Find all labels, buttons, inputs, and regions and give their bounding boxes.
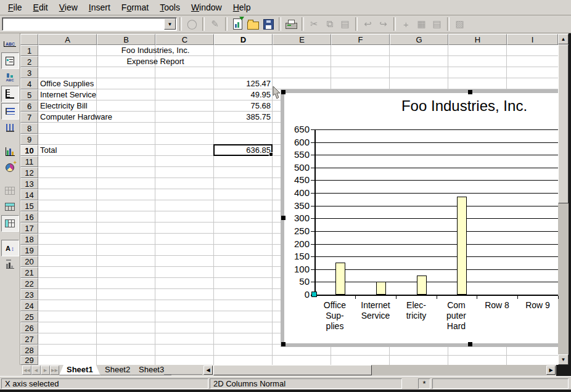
sheet-tab-sheet2[interactable]: Sheet2: [97, 365, 138, 375]
open-icon[interactable]: [245, 17, 261, 31]
cell-A7[interactable]: Computer Hardware: [38, 112, 97, 123]
next-sheet-button[interactable]: ▶: [41, 365, 50, 375]
name-box-input[interactable]: [4, 18, 166, 30]
chart-frame-top[interactable]: [281, 89, 558, 93]
x-axis-category-label[interactable]: Row 8: [477, 300, 517, 311]
scroll-up-button[interactable]: ▲: [558, 34, 569, 44]
last-sheet-button[interactable]: ▶▶: [50, 365, 59, 375]
x-axis-category-label[interactable]: Row 9: [517, 300, 558, 311]
row-header-2[interactable]: 2: [20, 56, 38, 67]
cell-D5[interactable]: 49.95: [214, 89, 273, 100]
row-header-14[interactable]: 14: [20, 189, 38, 200]
embedded-chart[interactable]: Foo Industries, Inc. 6506005505004504003…: [281, 89, 558, 347]
column-header-B[interactable]: B: [97, 34, 155, 45]
cell-D4[interactable]: 125.47: [214, 78, 273, 89]
row-header-23[interactable]: 23: [20, 289, 38, 300]
cell-selection-D10[interactable]: [213, 144, 273, 156]
row-header-29[interactable]: 29: [20, 356, 38, 365]
chart-handle-bottom-left[interactable]: [281, 342, 286, 346]
chart-handle-top-middle[interactable]: [468, 90, 472, 94]
row-header-6[interactable]: 6: [20, 100, 38, 112]
save-icon[interactable]: [261, 17, 276, 31]
hscroll-right-button[interactable]: ▶: [546, 365, 556, 375]
legend-on-off-icon[interactable]: [1, 52, 19, 69]
chart-handle-top-left[interactable]: [281, 90, 286, 94]
prev-sheet-button[interactable]: ◀: [31, 365, 41, 375]
row-header-12[interactable]: 12: [20, 167, 38, 178]
data-in-columns-icon[interactable]: [1, 215, 19, 232]
column-header-E[interactable]: E: [273, 34, 331, 45]
cell-B1[interactable]: Foo Industries, Inc.: [97, 45, 214, 56]
menu-item-edit[interactable]: Edit: [28, 1, 54, 14]
row-header-17[interactable]: 17: [20, 223, 38, 234]
fill-handle[interactable]: [269, 152, 273, 157]
hscroll-left-button[interactable]: ◀: [203, 365, 213, 375]
column-header-F[interactable]: F: [331, 34, 390, 45]
new-document-icon[interactable]: [230, 17, 245, 31]
row-header-3[interactable]: 3: [20, 67, 38, 78]
column-header-G[interactable]: G: [390, 34, 448, 45]
column-header-D[interactable]: D: [214, 34, 273, 45]
row-header-9[interactable]: 9: [20, 134, 38, 145]
chart-x-axis[interactable]: [311, 295, 558, 296]
row-header-20[interactable]: 20: [20, 256, 38, 267]
reorganize-chart-icon[interactable]: [2, 257, 18, 272]
scroll-down-button[interactable]: ▼: [558, 354, 569, 365]
row-header-16[interactable]: 16: [20, 211, 38, 223]
cell-A5[interactable]: Internet Service: [38, 89, 97, 100]
row-header-15[interactable]: 15: [20, 200, 38, 211]
row-header-11[interactable]: 11: [20, 156, 38, 167]
bar-office-supplies[interactable]: [335, 263, 345, 295]
cell-D7[interactable]: 385.75: [214, 112, 273, 123]
autoformat-chart-icon[interactable]: [2, 160, 18, 175]
titles-on-off-icon[interactable]: ABC: [2, 36, 18, 52]
row-header-28[interactable]: 28: [20, 345, 38, 356]
row-header-7[interactable]: 7: [20, 112, 38, 123]
row-header-13[interactable]: 13: [20, 178, 38, 189]
vertical-scrollbar-thumb[interactable]: [558, 44, 569, 203]
row-header-4[interactable]: 4: [20, 78, 38, 89]
first-sheet-button[interactable]: ◀◀: [22, 365, 31, 375]
scale-text-icon[interactable]: A: [1, 240, 19, 256]
x-axis-category-label[interactable]: OfficeSup-plies: [314, 300, 355, 332]
row-header-1[interactable]: 1: [20, 45, 38, 56]
row-header-18[interactable]: 18: [20, 234, 38, 245]
name-box[interactable]: ▼: [2, 17, 177, 31]
data-in-rows-icon[interactable]: [2, 199, 18, 214]
cell-D6[interactable]: 75.68: [214, 100, 273, 112]
sheet-tab-sheet1[interactable]: Sheet1: [59, 365, 101, 375]
chart-frame-bottom[interactable]: [281, 343, 558, 347]
column-header-C[interactable]: C: [155, 34, 214, 45]
menu-item-file[interactable]: File: [2, 1, 28, 14]
vertical-scrollbar[interactable]: ▲ ▼: [558, 34, 569, 365]
x-axis-category-label[interactable]: InternetService: [355, 300, 396, 321]
x-axis-category-label[interactable]: Elec-tricity: [396, 300, 437, 321]
vertical-grid-icon[interactable]: [2, 120, 18, 136]
name-box-dropdown-button[interactable]: ▼: [164, 18, 176, 30]
chart-handle-left-middle[interactable]: [281, 216, 286, 220]
cell-A10[interactable]: Total: [38, 145, 97, 156]
axes-title-icon[interactable]: ABC: [2, 70, 18, 85]
horizontal-scrollbar-thumb[interactable]: [213, 365, 372, 375]
chart-title[interactable]: Foo Industries, Inc.: [372, 97, 557, 115]
column-header-I[interactable]: I: [507, 34, 558, 45]
column-header-A[interactable]: A: [38, 34, 97, 45]
menu-item-tools[interactable]: Tools: [154, 1, 186, 14]
row-header-21[interactable]: 21: [20, 267, 38, 278]
row-header-26[interactable]: 26: [20, 322, 38, 333]
menu-item-view[interactable]: View: [54, 1, 83, 14]
bar-computer-hard[interactable]: [457, 197, 467, 295]
menu-item-help[interactable]: Help: [228, 1, 257, 14]
cell-B2[interactable]: Expense Report: [97, 56, 214, 67]
row-header-19[interactable]: 19: [20, 245, 38, 256]
row-header-5[interactable]: 5: [20, 89, 38, 100]
row-header-22[interactable]: 22: [20, 278, 38, 289]
row-header-24[interactable]: 24: [20, 300, 38, 311]
x-axis-selection-handle[interactable]: [311, 292, 317, 297]
axes-on-off-icon[interactable]: [1, 86, 19, 102]
menu-item-format[interactable]: Format: [116, 1, 154, 14]
horizontal-grid-icon[interactable]: [1, 103, 19, 120]
horizontal-scrollbar[interactable]: [213, 365, 567, 375]
bar-internet-service[interactable]: [376, 282, 386, 295]
print-icon[interactable]: [284, 17, 299, 31]
